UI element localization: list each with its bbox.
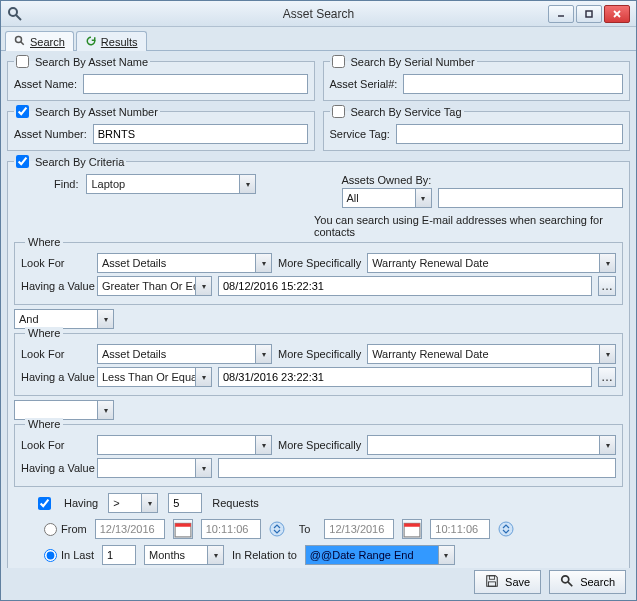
minimize-button[interactable]	[548, 5, 574, 23]
where2-value-input[interactable]	[218, 367, 592, 387]
inlast-count-input[interactable]	[102, 545, 136, 565]
asset-name-label: Asset Name:	[14, 78, 77, 90]
search-by-criteria-legend: Search By Criteria	[35, 156, 124, 168]
mode-from-radio[interactable]: From	[44, 523, 87, 536]
tab-results[interactable]: Results	[76, 31, 147, 51]
where1-more-value: Warranty Renewal Date	[372, 257, 488, 269]
where1-picker-button[interactable]: …	[598, 276, 616, 296]
chevron-down-icon: ▾	[599, 436, 615, 454]
calendar-icon	[403, 520, 421, 538]
inrelation-label: In Relation to	[232, 549, 297, 561]
to-time-input[interactable]	[430, 519, 490, 539]
asset-name-input[interactable]	[83, 74, 308, 94]
svg-point-16	[562, 576, 569, 583]
where-1-legend: Where	[25, 236, 63, 248]
search-by-service-tag-checkbox[interactable]	[332, 105, 345, 118]
svg-line-7	[21, 41, 24, 44]
where1-value-input[interactable]	[218, 276, 592, 296]
where3-value-input[interactable]	[218, 458, 616, 478]
search-by-serial-checkbox[interactable]	[332, 55, 345, 68]
search-by-number-checkbox[interactable]	[16, 105, 29, 118]
where3-op-combo[interactable]: ▾	[97, 458, 212, 478]
mode-inlast-radio[interactable]: In Last	[44, 549, 94, 562]
owned-scope-combo[interactable]: All ▾	[342, 188, 432, 208]
search-by-name-checkbox[interactable]	[16, 55, 29, 68]
service-tag-label: Service Tag:	[330, 128, 390, 140]
search-by-service-tag-legend: Search By Service Tag	[351, 106, 462, 118]
from-date-calendar-button[interactable]	[173, 519, 193, 539]
chevron-down-icon: ▾	[599, 345, 615, 363]
where-3-legend: Where	[25, 418, 63, 430]
bool-op-2-combo[interactable]: ▾	[14, 400, 114, 420]
chevron-down-icon: ▾	[239, 175, 255, 193]
asset-number-input[interactable]	[93, 124, 308, 144]
close-button[interactable]	[604, 5, 630, 23]
criteria-hint: You can search using E-mail addresses wh…	[314, 214, 623, 238]
calendar-icon	[174, 520, 192, 538]
having-checkbox[interactable]	[38, 497, 51, 510]
where1-lookfor-combo[interactable]: Asset Details▾	[97, 253, 272, 273]
inrelation-combo[interactable]: @@Date Range End▾	[305, 545, 455, 565]
mode-inlast-radio-input[interactable]	[44, 549, 57, 562]
having-count-input[interactable]	[168, 493, 202, 513]
where3-more-combo[interactable]: ▾	[367, 435, 616, 455]
svg-line-17	[568, 582, 572, 586]
where2-lookfor-combo[interactable]: Asset Details▾	[97, 344, 272, 364]
having-op-combo[interactable]: >▾	[108, 493, 158, 513]
titlebar: Asset Search	[1, 1, 636, 27]
search-by-number-legend: Search By Asset Number	[35, 106, 158, 118]
owned-by-label: Assets Owned By:	[342, 174, 624, 186]
where2-more-combo[interactable]: Warranty Renewal Date▾	[367, 344, 616, 364]
footer: Save Search	[1, 568, 636, 600]
svg-point-6	[16, 36, 22, 42]
service-tag-input[interactable]	[396, 124, 623, 144]
form-body: Search By Asset Name Asset Name: Search …	[1, 51, 636, 568]
where2-picker-button[interactable]: …	[598, 367, 616, 387]
where1-more-combo[interactable]: Warranty Renewal Date▾	[367, 253, 616, 273]
inlast-unit-combo[interactable]: Months▾	[144, 545, 224, 565]
search-by-serial-legend: Search By Serial Number	[351, 56, 475, 68]
svg-rect-9	[175, 523, 191, 526]
where3-lookfor-combo[interactable]: ▾	[97, 435, 272, 455]
asset-serial-label: Asset Serial#:	[330, 78, 398, 90]
chevron-down-icon: ▾	[195, 459, 211, 477]
tab-search[interactable]: Search	[5, 31, 74, 51]
asset-serial-input[interactable]	[403, 74, 623, 94]
maximize-button[interactable]	[576, 5, 602, 23]
to-date-input[interactable]	[324, 519, 394, 539]
where-block-1: Where Look For Asset Details▾ More Speci…	[14, 242, 623, 305]
from-date-input[interactable]	[95, 519, 165, 539]
inrelation-value: @@Date Range End	[310, 549, 414, 561]
where1-op-combo[interactable]: Greater Than Or Equal To▾	[97, 276, 212, 296]
to-label: To	[299, 523, 311, 535]
chevron-down-icon: ▾	[141, 494, 157, 512]
save-button[interactable]: Save	[474, 570, 541, 594]
to-time-spinner[interactable]	[498, 521, 514, 537]
app-icon	[7, 6, 23, 22]
where2-op-combo[interactable]: Less Than Or Equal To▾	[97, 367, 212, 387]
bool-op-1-combo[interactable]: And▾	[14, 309, 114, 329]
refresh-icon	[85, 35, 97, 49]
group-search-by-service-tag: Search By Service Tag Service Tag:	[323, 105, 631, 151]
from-time-input[interactable]	[201, 519, 261, 539]
owned-by-input[interactable]	[438, 188, 624, 208]
inlast-label: In Last	[61, 549, 94, 561]
window-title: Asset Search	[1, 7, 636, 21]
from-time-spinner[interactable]	[269, 521, 285, 537]
svg-rect-12	[404, 523, 420, 526]
chevron-down-icon: ▾	[207, 546, 223, 564]
chevron-down-icon: ▾	[97, 310, 113, 328]
mode-from-radio-input[interactable]	[44, 523, 57, 536]
search-by-criteria-checkbox[interactable]	[16, 155, 29, 168]
asset-search-window: Asset Search Search Results Search By As…	[0, 0, 637, 601]
chevron-down-icon: ▾	[599, 254, 615, 272]
chevron-down-icon: ▾	[255, 436, 271, 454]
where1-lookfor-label: Look For	[21, 257, 91, 269]
having-op-value: >	[113, 497, 119, 509]
owned-scope-value: All	[347, 192, 359, 204]
tab-search-label: Search	[30, 36, 65, 48]
search-button[interactable]: Search	[549, 570, 626, 594]
to-date-calendar-button[interactable]	[402, 519, 422, 539]
tab-strip: Search Results	[1, 27, 636, 51]
find-combo[interactable]: Laptop ▾	[86, 174, 256, 194]
